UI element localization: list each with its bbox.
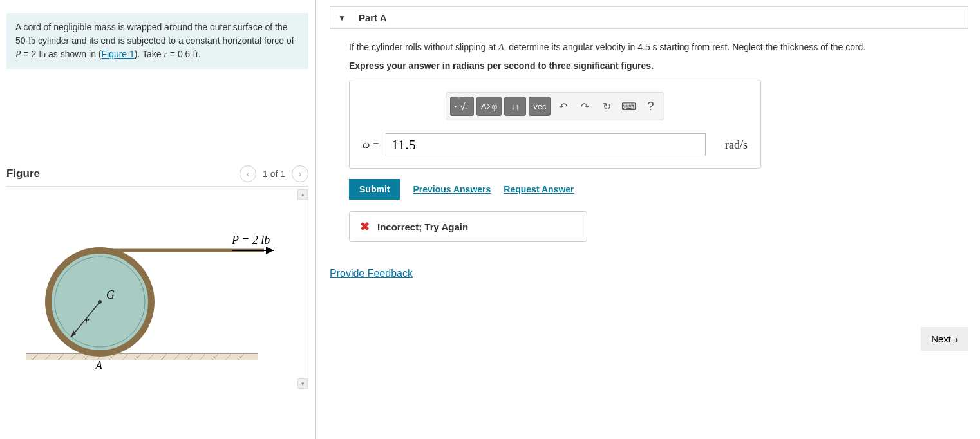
subscript-button[interactable]: ↓↑ (504, 97, 526, 116)
answer-box: ▪ ▫ √▫ ΑΣφ ↓↑ vec ↶ ↷ ↻ ⌨ ? ω = rad/s (349, 80, 761, 169)
answer-row: ω = rad/s (363, 133, 748, 156)
unit-lb: lb (39, 50, 46, 59)
reset-button[interactable]: ↻ (597, 97, 616, 116)
text: as shown in ( (46, 49, 101, 59)
answer-input[interactable] (386, 133, 706, 156)
question-text: If the cylinder rolls without slipping a… (349, 41, 949, 54)
figure-diagram: P = 2 lb G r A (6, 209, 283, 376)
previous-answers-link[interactable]: Previous Answers (413, 184, 491, 194)
collapse-icon[interactable]: ▼ (338, 14, 346, 23)
text: = 2 (21, 49, 39, 59)
undo-button[interactable]: ↶ (553, 97, 572, 116)
feedback-box: ✖ Incorrect; Try Again (349, 211, 587, 242)
question-instruction: Express your answer in radians per secon… (349, 61, 949, 71)
figure-counter: 1 of 1 (263, 169, 285, 179)
svg-text:A: A (95, 359, 103, 372)
right-panel: ▼ Part A If the cylinder rolls without s… (316, 0, 980, 439)
templates-button[interactable]: ▪ ▫ √▫ (450, 97, 475, 116)
text: = 0.6 (167, 49, 193, 59)
redo-button[interactable]: ↷ (575, 97, 594, 116)
feedback-text: Incorrect; Try Again (377, 221, 468, 232)
unit-ft: ft (193, 50, 198, 59)
chevron-right-icon: › (955, 333, 958, 344)
scroll-down-button[interactable]: ▾ (297, 378, 308, 389)
question-area: If the cylinder rolls without slipping a… (330, 41, 968, 242)
svg-text:r: r (85, 315, 90, 326)
part-header[interactable]: ▼ Part A (330, 6, 968, 29)
vector-button[interactable]: vec (529, 97, 551, 116)
part-title: Part A (359, 12, 387, 23)
equation-toolbar: ▪ ▫ √▫ ΑΣφ ↓↑ vec ↶ ↷ ↻ ⌨ ? (446, 92, 665, 120)
figure-next-button[interactable]: › (292, 165, 308, 182)
svg-rect-0 (26, 353, 258, 360)
figure-header: Figure ‹ 1 of 1 › (6, 165, 308, 187)
svg-marker-26 (266, 247, 274, 254)
unit-lb: lb (28, 36, 35, 46)
answer-unit: rad/s (725, 138, 748, 152)
greek-button[interactable]: ΑΣφ (476, 97, 502, 116)
svg-text:P = 2 lb: P = 2 lb (231, 234, 270, 247)
text: cylinder and its end is subjected to a c… (35, 35, 294, 46)
var-P: P (15, 50, 21, 59)
figure-nav: ‹ 1 of 1 › (240, 165, 308, 182)
provide-feedback-link[interactable]: Provide Feedback (330, 268, 413, 279)
submit-row: Submit Previous Answers Request Answer (349, 179, 949, 200)
svg-text:G: G (106, 288, 115, 301)
help-button[interactable]: ? (641, 97, 660, 116)
problem-statement: A cord of negligible mass is wrapped aro… (6, 13, 308, 69)
answer-label: ω = (363, 139, 379, 151)
incorrect-icon: ✖ (360, 220, 370, 234)
next-label: Next (931, 333, 951, 344)
text: . (198, 49, 201, 59)
figure-body: ▴ (6, 189, 308, 389)
scroll-up-button[interactable]: ▴ (297, 189, 308, 200)
next-button[interactable]: Next › (921, 327, 968, 351)
submit-button[interactable]: Submit (349, 179, 400, 200)
figure-title: Figure (6, 167, 40, 180)
request-answer-link[interactable]: Request Answer (504, 184, 574, 194)
text: ). Take (135, 49, 164, 59)
keyboard-button[interactable]: ⌨ (619, 97, 638, 116)
figure-link[interactable]: Figure 1 (101, 49, 134, 59)
figure-prev-button[interactable]: ‹ (240, 165, 256, 182)
left-panel: A cord of negligible mass is wrapped aro… (0, 0, 316, 439)
